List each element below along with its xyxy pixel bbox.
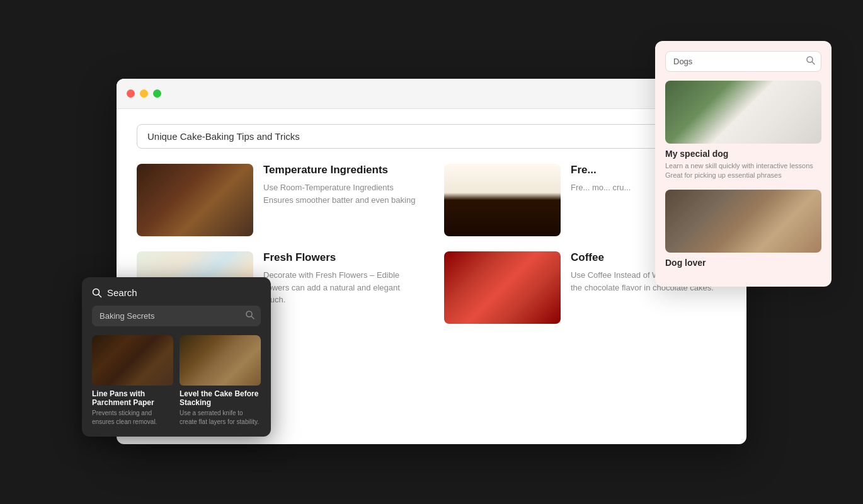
article-fresh-flowers-desc: Decorate with Fresh Flowers – Edible flo… (263, 269, 419, 306)
close-button[interactable] (127, 89, 135, 98)
pink-search-widget: My special dog Learn a new skill quickly… (655, 41, 832, 287)
dark-result-line-pans-title: Line Pans with Parchment Paper (92, 389, 173, 407)
svg-line-3 (251, 316, 254, 319)
dark-search-widget: Search Line Pans with Parchment Paper Pr… (82, 277, 271, 437)
pink-result-dog-lover-image (665, 190, 821, 253)
minimize-button[interactable] (140, 89, 148, 98)
article-fresh-tips-text: Fre... Fre... mo... cru... (571, 164, 631, 194)
main-search-input[interactable] (137, 124, 726, 149)
article-coffee-image (444, 251, 561, 324)
svg-line-5 (812, 62, 814, 64)
dark-result-level-cake-title: Level the Cake Before Stacking (180, 389, 261, 407)
dark-search-input[interactable] (92, 306, 261, 326)
pink-search-input[interactable] (665, 51, 821, 72)
maximize-button[interactable] (153, 89, 161, 98)
dark-result-line-pans-desc: Prevents sticking and ensures clean remo… (92, 409, 173, 427)
pink-result-my-special-dog-desc: Learn a new skill quickly with interacti… (665, 161, 821, 181)
article-fresh-flowers-text: Fresh Flowers Decorate with Fresh Flower… (263, 251, 419, 306)
dark-result-level-cake[interactable]: Level the Cake Before Stacking Use a ser… (180, 335, 261, 427)
dark-search-input-wrap (92, 306, 261, 326)
window-titlebar (117, 79, 746, 109)
article-temperature-text: Temperature Ingredients Use Room-Tempera… (263, 164, 419, 206)
search-trigger-label: Search (107, 287, 137, 298)
dark-results-grid: Line Pans with Parchment Paper Prevents … (92, 335, 261, 427)
dark-search-icon (246, 311, 254, 322)
pink-result-dog-lover[interactable]: Dog lover (665, 190, 821, 268)
article-fresh-flowers-title: Fresh Flowers (263, 251, 419, 264)
pink-result-dog-lover-title: Dog lover (665, 258, 821, 268)
article-temperature-title: Temperature Ingredients (263, 164, 419, 176)
article-fresh-tips-title: Fre... (571, 164, 631, 176)
pink-search-icon (806, 56, 815, 67)
search-trigger[interactable]: Search (92, 287, 261, 298)
article-fresh-tips-image (444, 164, 561, 236)
search-icon (92, 288, 102, 298)
pink-result-my-special-dog[interactable]: My special dog Learn a new skill quickly… (665, 81, 821, 181)
pink-result-my-special-dog-image (665, 81, 821, 144)
pink-result-my-special-dog-title: My special dog (665, 149, 821, 159)
article-temperature: Temperature Ingredients Use Room-Tempera… (137, 164, 419, 236)
article-temperature-desc: Use Room-Temperature Ingredients Ensures… (263, 181, 419, 206)
pink-search-input-wrap (665, 51, 821, 72)
article-temperature-image (137, 164, 253, 236)
dark-result-line-pans-image (92, 335, 173, 386)
dark-result-level-cake-image (180, 335, 261, 386)
article-fresh-tips-desc: Fre... mo... cru... (571, 181, 631, 194)
svg-line-1 (99, 294, 101, 297)
dark-result-line-pans[interactable]: Line Pans with Parchment Paper Prevents … (92, 335, 173, 427)
dark-result-level-cake-desc: Use a serrated knife to create flat laye… (180, 409, 261, 427)
